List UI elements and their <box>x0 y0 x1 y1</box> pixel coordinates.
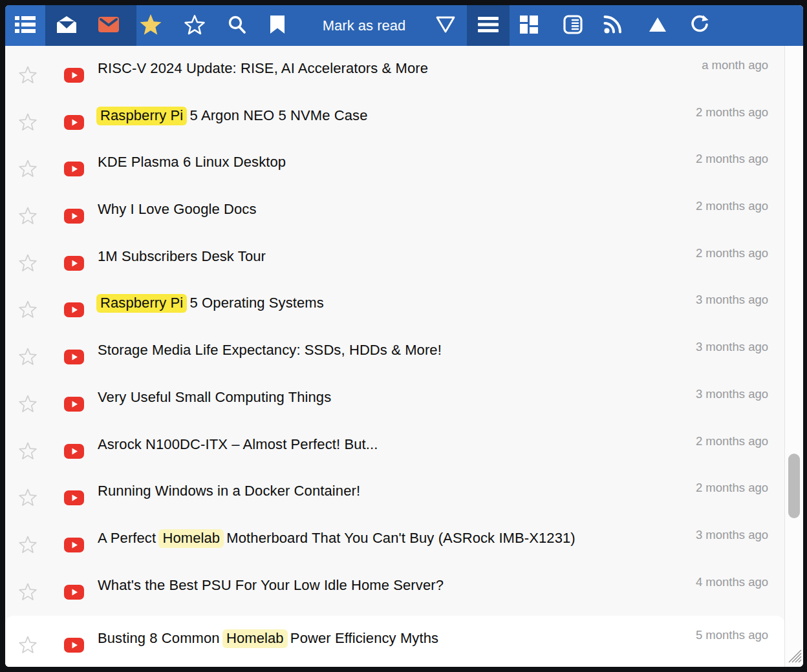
article-list: RISC-V 2024 Update: RISE, AI Accelerator… <box>5 46 803 667</box>
article-timestamp: a month ago <box>702 58 768 72</box>
youtube-feed-icon <box>64 638 84 655</box>
article-row[interactable]: Busting 8 Common Homelab Power Efficienc… <box>5 609 784 667</box>
bookmark-icon <box>269 15 286 36</box>
article-row[interactable]: Asrock N100DC-ITX – Almost Perfect! But.… <box>5 422 784 469</box>
search-highlight-pale: Homelab <box>222 629 288 648</box>
article-row[interactable]: 1M Subscribers Desk Tour 2 months ago <box>5 234 784 281</box>
youtube-feed-icon <box>64 115 84 132</box>
filter-dropdown-icon <box>435 16 456 36</box>
scroll-top-icon <box>648 16 667 35</box>
unread-list-button[interactable] <box>5 5 45 46</box>
star-toggle[interactable] <box>18 441 38 463</box>
article-title[interactable]: Raspberry Pi 5 Argon NEO 5 NVMe Case <box>98 107 368 124</box>
youtube-feed-icon <box>64 490 84 508</box>
star-toggle[interactable] <box>18 112 38 134</box>
article-rows: RISC-V 2024 Update: RISE, AI Accelerator… <box>5 46 784 667</box>
article-row[interactable]: Very Useful Small Computing Things 3 mon… <box>5 375 784 422</box>
article-title[interactable]: What's the Best PSU For Your Low Idle Ho… <box>98 577 444 594</box>
star-toggle[interactable] <box>18 65 38 87</box>
refresh-button[interactable] <box>685 5 714 46</box>
scroll-top-button[interactable] <box>643 5 672 46</box>
article-title[interactable]: Running Windows in a Docker Container! <box>98 483 360 499</box>
mark-unread-envelope-button[interactable] <box>94 5 123 46</box>
rss-button[interactable] <box>599 5 627 46</box>
article-timestamp: 2 months ago <box>696 481 768 495</box>
search-highlight-pale: Homelab <box>158 529 224 548</box>
article-row[interactable]: Raspberry Pi 5 Argon NEO 5 NVMe Case 2 m… <box>5 93 784 140</box>
star-toggle[interactable] <box>18 300 38 321</box>
resize-grip[interactable] <box>785 646 802 666</box>
article-timestamp: 2 months ago <box>696 199 768 213</box>
menu-icon <box>477 16 499 36</box>
article-row[interactable]: Raspberry Pi 5 Operating Systems 3 month… <box>5 280 784 328</box>
toolbar: Mark as read <box>5 5 803 46</box>
article-title[interactable]: Raspberry Pi 5 Operating Systems <box>98 295 324 311</box>
article-row[interactable]: Running Windows in a Docker Container! 2… <box>5 468 784 516</box>
rss-icon <box>603 15 623 36</box>
search-button[interactable] <box>222 5 251 46</box>
mark-as-read-button[interactable]: Mark as read <box>303 5 425 46</box>
star-article-button[interactable] <box>180 5 209 46</box>
youtube-feed-icon <box>64 397 84 414</box>
article-timestamp: 3 months ago <box>696 293 768 307</box>
star-toggle[interactable] <box>18 535 38 556</box>
article-title[interactable]: 1M Subscribers Desk Tour <box>98 248 266 265</box>
youtube-feed-icon <box>64 209 84 226</box>
rss-reader-window: Mark as read <box>5 5 803 667</box>
youtube-feed-icon <box>64 302 84 320</box>
star-toggle[interactable] <box>18 488 38 509</box>
article-row[interactable]: Why I Love Google Docs 2 months ago <box>5 187 784 234</box>
star-toggle[interactable] <box>18 635 38 656</box>
bookmark-button[interactable] <box>263 5 292 46</box>
article-title[interactable]: RISC-V 2024 Update: RISE, AI Accelerator… <box>98 60 428 77</box>
open-envelope-icon <box>56 16 77 36</box>
star-toggle[interactable] <box>18 159 38 180</box>
youtube-feed-icon <box>64 256 84 273</box>
article-row[interactable]: RISC-V 2024 Update: RISE, AI Accelerator… <box>5 46 784 93</box>
article-timestamp: 3 months ago <box>696 340 768 354</box>
article-timestamp: 3 months ago <box>696 528 768 542</box>
article-timestamp: 3 months ago <box>696 387 768 401</box>
article-title[interactable]: Storage Media Life Expectancy: SSDs, HDD… <box>98 342 442 359</box>
article-row[interactable]: What's the Best PSU For Your Low Idle Ho… <box>5 563 784 610</box>
article-title[interactable]: Busting 8 Common Homelab Power Efficienc… <box>98 630 438 647</box>
youtube-feed-icon <box>64 350 84 367</box>
article-row[interactable]: KDE Plasma 6 Linux Desktop 2 months ago <box>5 140 784 187</box>
youtube-feed-icon <box>64 162 84 179</box>
mark-read-envelope-button[interactable] <box>52 5 81 46</box>
article-timestamp: 4 months ago <box>696 575 768 589</box>
article-title[interactable]: Very Useful Small Computing Things <box>98 389 331 406</box>
unread-list-icon <box>14 15 36 37</box>
star-outline-icon <box>184 14 206 37</box>
starred-filter-icon <box>139 14 162 37</box>
search-highlight-bright: Raspberry Pi <box>96 107 187 125</box>
filter-dropdown-button[interactable] <box>431 5 460 46</box>
article-list-icon <box>563 15 583 36</box>
article-row[interactable]: A Perfect Homelab Motherboard That You C… <box>5 516 784 563</box>
article-timestamp: 2 months ago <box>696 105 768 120</box>
search-icon <box>227 15 246 36</box>
article-timestamp: 2 months ago <box>696 434 768 448</box>
star-toggle[interactable] <box>18 347 38 368</box>
article-row[interactable]: Storage Media Life Expectancy: SSDs, HDD… <box>5 328 784 375</box>
scrollbar-track[interactable] <box>784 46 803 667</box>
article-title[interactable]: Asrock N100DC-ITX – Almost Perfect! But.… <box>98 436 378 453</box>
star-toggle[interactable] <box>18 253 38 275</box>
article-title[interactable]: A Perfect Homelab Motherboard That You C… <box>98 530 576 547</box>
article-timestamp: 2 months ago <box>696 246 768 260</box>
starred-filter-button[interactable] <box>136 5 165 46</box>
refresh-icon <box>689 14 710 37</box>
article-title[interactable]: Why I Love Google Docs <box>98 201 257 218</box>
article-title[interactable]: KDE Plasma 6 Linux Desktop <box>98 154 286 171</box>
article-list-button[interactable] <box>559 5 587 46</box>
layout-grid-button[interactable] <box>515 5 543 46</box>
article-timestamp: 5 months ago <box>696 628 768 642</box>
menu-button[interactable] <box>467 5 510 46</box>
youtube-feed-icon <box>64 444 84 461</box>
star-toggle[interactable] <box>18 582 38 604</box>
article-timestamp: 2 months ago <box>696 152 768 166</box>
star-toggle[interactable] <box>18 206 38 227</box>
scrollbar-thumb[interactable] <box>788 454 800 518</box>
star-toggle[interactable] <box>18 394 38 415</box>
search-highlight-bright: Raspberry Pi <box>96 294 187 313</box>
